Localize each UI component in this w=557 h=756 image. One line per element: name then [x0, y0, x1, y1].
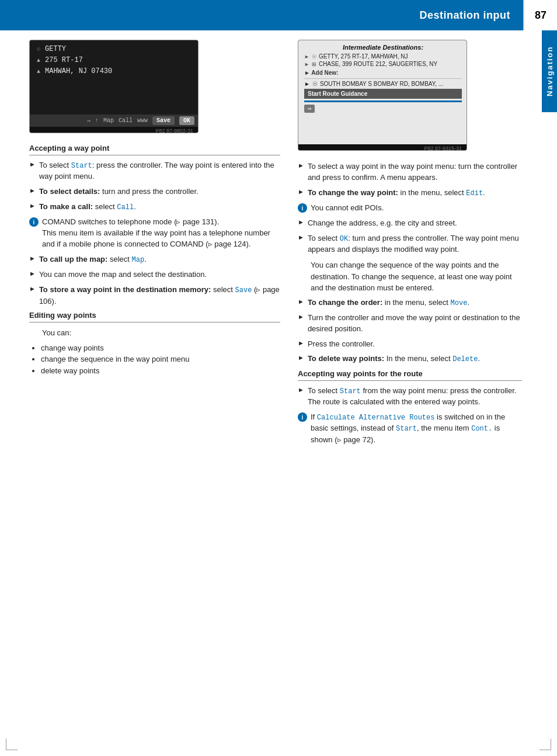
bullet-call-map: ► To call up the map: select Map. — [29, 254, 280, 265]
page-title: Destination input — [420, 9, 511, 22]
right-screen-toolbar: ⇒ — [304, 105, 462, 113]
note-no-edit-poi: i You cannot edit POIs. — [298, 203, 522, 214]
final-text: SOUTH BOMBAY S BOMBAY RD, BOMBAY, ... — [320, 81, 443, 87]
start-route-label: Start Route Guidance — [304, 89, 462, 99]
bold-call-map: To call up the map: — [39, 255, 108, 263]
note-text-3: If Calculate Alternative Routes is switc… — [311, 412, 522, 446]
left-screenshot: ☉ GETTY ▲ 275 RT-17 ▲ MAHWAH, NJ 07430 ⇒… — [29, 40, 199, 133]
r-bullet-7: ► Press the controller. — [298, 339, 522, 350]
r-bullet-2: ► To change the way point: in the menu, … — [298, 188, 522, 199]
code-start-2: Start — [340, 387, 361, 396]
dest-icon-1: ☉ — [312, 54, 316, 60]
bullet-select-details: ► To select details: turn and press the … — [29, 186, 280, 197]
r-bullet-1: ► To select a way point in the way point… — [298, 161, 522, 183]
r-bullet-8: ► To delete way points: In the menu, sel… — [298, 353, 522, 365]
code-move: Move — [451, 299, 468, 307]
dot-item-1: change way points — [41, 342, 280, 354]
r-bullet-accept-1: ► To select Start from the way point men… — [298, 386, 522, 408]
r-bullet-text-4: To select OK: turn and press the control… — [308, 233, 522, 255]
dot-item-3: delete way points — [41, 365, 280, 377]
note-calc-alt: i If Calculate Alternative Routes is swi… — [298, 412, 522, 446]
bullet-make-call: ► To make a call: select Call. — [29, 202, 280, 213]
r-bullet-text-5: To change the order: in the menu, select… — [308, 297, 522, 308]
bullet-store-waypoint: ► To store a way point in the destinatio… — [29, 285, 280, 307]
dest-text-1: GETTY, 275 RT-17, MAHWAH, NJ — [319, 53, 408, 60]
code-start-3: Start — [396, 425, 417, 433]
code-calc-alt: Calculate Alternative Routes — [317, 414, 435, 422]
bullet-select-start: ► To select Start: press the controller.… — [29, 160, 280, 182]
mahwah-icon: ▲ — [37, 68, 40, 75]
dot-item-2: change the sequence in the way point men… — [41, 353, 280, 365]
bullet-move-map: ► You can move the map and select the de… — [29, 269, 280, 280]
code-map: Map — [132, 256, 145, 264]
r-bullet-arrow-4: ► — [298, 234, 304, 241]
bullet-arrow-5: ► — [29, 270, 36, 277]
right-screen-footer: P82 87-9315-31 — [298, 144, 467, 151]
tb-map: Map — [103, 117, 114, 124]
add-new-label: ► Add New: — [304, 70, 462, 76]
r-bullet-arrow-8: ► — [298, 354, 304, 361]
highlight-bar — [304, 100, 462, 102]
rt17-icon: ▲ — [37, 57, 40, 64]
note-comand: i COMAND switches to telephone mode (▹ p… — [29, 217, 280, 250]
bullet-arrow-3: ► — [29, 202, 36, 209]
rt17-label: 275 RT-17 — [45, 56, 83, 64]
bullet-text-1: To select Start: press the controller. T… — [39, 160, 280, 182]
tb-save: Save — [152, 116, 175, 125]
dest-arrow-1: ► — [304, 54, 309, 60]
editing-dot-list: change way points change the sequence in… — [37, 342, 280, 377]
getty-label: GETTY — [45, 45, 66, 53]
r-bullet-6: ► Turn the controller and move the way p… — [298, 313, 522, 335]
left-screen-toolbar: ⇒ ↑ Map Call www Save OK — [30, 115, 199, 127]
main-content: ☉ GETTY ▲ 275 RT-17 ▲ MAHWAH, NJ 07430 ⇒… — [0, 30, 557, 459]
section-heading-editing: Editing way points — [29, 311, 280, 322]
nav-screen-right: Intermediate Destinations: ► ☉ GETTY, 27… — [298, 40, 467, 144]
r-bullet-text-1: To select a way point in the way point m… — [308, 161, 522, 183]
screen-divider — [304, 78, 462, 79]
dest-row-1: ► ☉ GETTY, 275 RT-17, MAHWAH, NJ — [304, 53, 462, 60]
bold-change-order: To change the order: — [308, 298, 382, 307]
r-bullet-accept-arrow-1: ► — [298, 386, 304, 393]
note-icon-1: i — [29, 217, 39, 227]
screen-row-2: ▲ 275 RT-17 — [37, 56, 192, 64]
nav-tab: Navigation — [542, 30, 557, 112]
sequence-paragraph: You can change the sequence of the way p… — [311, 259, 522, 294]
bullet-arrow-4: ► — [29, 255, 36, 262]
right-column: Intermediate Destinations: ► ☉ GETTY, 27… — [292, 40, 522, 450]
tb-call: Call — [119, 117, 133, 124]
final-dest-row: ► ☉ SOUTH BOMBAY S BOMBAY RD, BOMBAY, ..… — [304, 81, 462, 87]
final-arrow: ► — [304, 81, 310, 87]
final-icon: ☉ — [312, 81, 318, 87]
tb-up: ↑ — [95, 117, 99, 124]
r-bullet-arrow-3: ► — [298, 219, 304, 226]
note-icon-2: i — [298, 203, 307, 213]
editing-intro: You can: — [42, 327, 280, 339]
note-text-1: COMAND switches to telephone mode (▹ pag… — [42, 217, 280, 250]
code-ok: OK — [340, 235, 348, 243]
code-cont: Cont. — [471, 425, 492, 433]
note-icon-3: i — [298, 412, 307, 422]
bold-delete-waypoints: To delete way points: — [308, 354, 384, 363]
bullet-text-4: To call up the map: select Map. — [39, 254, 280, 265]
right-screen-title: Intermediate Destinations: — [304, 44, 462, 51]
left-column: ☉ GETTY ▲ 275 RT-17 ▲ MAHWAH, NJ 07430 ⇒… — [29, 40, 280, 450]
header-bar: Destination input 87 — [0, 0, 557, 30]
getty-icon: ☉ — [37, 46, 40, 53]
code-edit: Edit — [466, 189, 483, 197]
st-item-back: ⇒ — [304, 105, 315, 113]
bullet-arrow-1: ► — [29, 161, 36, 168]
bullet-text-6: To store a way point in the destination … — [39, 285, 280, 307]
dest-row-2: ► ⊞ CHASE, 399 ROUTE 212, SAUGERTIES, NY — [304, 61, 462, 67]
reg-mark-bl — [6, 738, 18, 750]
r-bullet-arrow-5: ► — [298, 298, 304, 305]
code-call: Call — [117, 203, 134, 211]
code-start-1: Start — [71, 162, 92, 170]
mahwah-label: MAHWAH, NJ 07430 — [45, 67, 112, 75]
left-screen-footer: P82 87-9802-31 — [30, 127, 198, 133]
dest-text-2: CHASE, 399 ROUTE 212, SAUGERTIES, NY — [319, 61, 437, 67]
r-bullet-4: ► To select OK: turn and press the contr… — [298, 233, 522, 255]
screen-row-3: ▲ MAHWAH, NJ 07430 — [37, 67, 192, 75]
page-number: 87 — [523, 0, 557, 30]
bullet-arrow-6: ► — [29, 285, 36, 292]
r-bullet-text-3: Change the address, e.g. the city and st… — [308, 218, 522, 229]
